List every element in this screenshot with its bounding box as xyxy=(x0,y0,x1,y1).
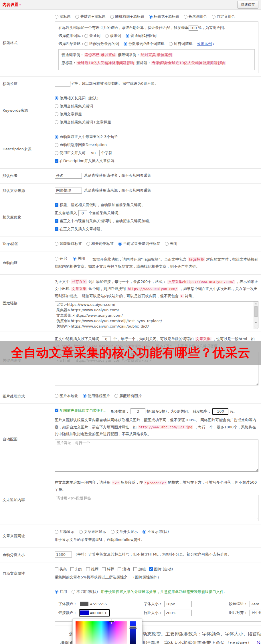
article-attrs-options: 头条 幻灯 推荐 特荐 滚动 加粗 图片 (自动) xyxy=(55,566,258,572)
radio-related-longtail[interactable]: 使用相关长尾词（默认） xyxy=(55,95,100,101)
quick-save-button[interactable]: 快速保存 xyxy=(237,1,258,9)
title-length-input[interactable] xyxy=(55,81,70,87)
radio-localize-images[interactable]: 图片本地化 xyxy=(55,393,78,399)
scroll-thumb[interactable] xyxy=(254,306,258,317)
image-align-select[interactable]: 居中对齐 ∨ xyxy=(250,610,261,616)
insert-keyword-count-input[interactable] xyxy=(78,210,87,216)
resize-handle-icon[interactable] xyxy=(254,325,258,329)
radio-smart-extract-tags[interactable]: 智能提取标签 xyxy=(55,241,82,247)
radio-random-prefix-title[interactable]: 随机前缀+源标题 xyxy=(110,13,144,20)
radio-clickbait-title[interactable]: 标题党+源标题 xyxy=(149,13,179,20)
scroll-up-icon[interactable]: ▲ xyxy=(254,302,258,306)
checkbox-insert-title-in-description[interactable]: 在Description开头插入文章标题。 xyxy=(55,158,118,164)
page-title: 内容设置 xyxy=(3,2,19,7)
row-content: 开启 关闭 如需开启此功能，请同时开启“Tags标签”。当正文中包含 Tags标… xyxy=(55,251,261,274)
radio-layout-enable[interactable]: 启用 xyxy=(55,589,67,595)
scroll-down-icon[interactable]: ▼ xyxy=(254,321,258,325)
image-probability-input[interactable] xyxy=(212,408,228,415)
append-content-textarea[interactable] xyxy=(55,495,258,521)
radio-top5-random[interactable]: 分数最高的5个词随机 xyxy=(124,41,164,47)
radio-label: 屏蔽所有图片 xyxy=(119,393,142,399)
word-highlight: 文章采集 xyxy=(71,287,87,291)
checkbox-bold[interactable]: 加粗 xyxy=(133,566,146,572)
radio-current-keywords-tags[interactable]: 当前采集关键词作标签 xyxy=(118,241,160,247)
radio-icon xyxy=(111,530,114,534)
color-picker-value-bar[interactable] xyxy=(130,621,136,644)
body-start-chars-input[interactable] xyxy=(87,150,100,156)
radio-normal-and-extreme-words[interactable]: 普通词和极限词 xyxy=(126,33,157,39)
color-picker-bar-handle[interactable] xyxy=(129,626,137,628)
checkbox-special-recommend[interactable]: 特荐 xyxy=(102,566,114,572)
checkbox-scroll[interactable]: 滚动 xyxy=(118,566,130,572)
checkbox-auto-add-keywords[interactable]: 标题、描述相关度低时，自动添加当前采集关键词。 xyxy=(55,202,145,208)
radio-innerlink-on[interactable]: 开启 xyxy=(55,255,67,262)
checkbox-insert-title-at-body-start[interactable]: 在正文开头插入文章标题。 xyxy=(55,226,104,232)
font-color-swatch[interactable] xyxy=(80,602,88,606)
radio-custom-combo[interactable]: 自定义组合 xyxy=(212,13,235,20)
radio-layout-disable[interactable]: 不启用(默认) xyxy=(72,589,98,595)
checkbox-image-auto[interactable]: 图片 (自动) xyxy=(149,566,173,572)
textarea-scrollbar[interactable]: ▲ ▼ xyxy=(254,302,258,329)
line-height-label: 行距大小： xyxy=(144,610,164,615)
font-color-picker-control[interactable]: #555555 xyxy=(79,601,109,607)
radio-highest-score-word[interactable]: 匹配分数最高的词 xyxy=(84,41,119,47)
indent-input[interactable] xyxy=(250,601,261,607)
fixed-links-textarea[interactable]: 采集>https://www.ucaiyun.com/ 采集器>https://… xyxy=(55,301,258,328)
radio-article-end-display[interactable]: 文章末尾显示 xyxy=(79,529,106,535)
collapse-chevron-icon[interactable]: » xyxy=(18,4,22,6)
default-source-input[interactable] xyxy=(55,188,82,194)
image-count-input[interactable] xyxy=(130,408,145,414)
checkbox-recommend[interactable]: 推荐 xyxy=(86,566,98,572)
radio-normal-words[interactable]: 普通词 xyxy=(84,33,100,39)
radio-label: 标题党+源标题 xyxy=(154,13,179,20)
color-picker-saturation-area[interactable] xyxy=(76,621,127,644)
text: 为正文中 xyxy=(55,279,70,284)
color-picker-cursor-icon[interactable] xyxy=(109,619,114,624)
radio-tags-off[interactable]: 关闭 xyxy=(165,241,177,247)
row-content: 使用相关长尾词（默认） 使用当前采集关键词 使用文章标题 使用当前采集关键词+文… xyxy=(55,91,261,130)
checkbox-icon-checked xyxy=(55,159,58,163)
radio-label: 使用当前采集关键词+文章标题 xyxy=(60,119,111,125)
radio-comment-display[interactable]: 注释显示 xyxy=(55,529,74,535)
checkbox-slideshow[interactable]: 幻灯 xyxy=(70,566,83,572)
link-color-picker-control[interactable]: #0000CC xyxy=(79,609,110,617)
url-highlight: https://www.ucaiyun.com/ xyxy=(127,287,178,291)
radio-block-all-images[interactable]: 屏蔽所有图片 xyxy=(114,393,142,399)
checkbox-headline[interactable]: 头条 xyxy=(55,566,67,572)
radio-auto-extract-sentences[interactable]: 自动提取正文中最重要的2-3个句子 xyxy=(55,134,118,140)
image-urls-textarea[interactable] xyxy=(55,440,258,472)
radio-related-words-tags[interactable]: 相关词作标签 xyxy=(86,241,114,247)
row-label: 相关度优化 xyxy=(0,198,55,237)
radio-article-start-display[interactable]: 文章开头显示 xyxy=(111,529,138,535)
row-content: 总是直接使用该作者，而不会从网页采集 xyxy=(55,169,261,183)
radio-keyword-source-title[interactable]: 关键词+源标题 xyxy=(75,13,106,20)
default-author-input[interactable] xyxy=(55,173,82,179)
pagination-size-input[interactable] xyxy=(55,552,72,558)
title-example-line: 原标题：全球近10亿人受精神健康问题影响 新标题：专家解读:全球近10亿人受精神… xyxy=(62,60,252,66)
default-author-line: 总是直接使用该作者，而不会从网页采集 xyxy=(55,172,258,179)
radio-label: 关键词+源标题 xyxy=(80,13,106,20)
radio-extreme-words[interactable]: 极限词 xyxy=(105,33,121,39)
radio-article-title[interactable]: 使用文章标题 xyxy=(55,111,82,117)
radio-keywords-plus-title[interactable]: 使用当前采集关键词+文章标题 xyxy=(55,119,111,125)
radio-no-display[interactable]: 不显示(默认) xyxy=(143,529,169,535)
title-trigger-probability-input[interactable] xyxy=(189,25,198,31)
radio-source-title[interactable]: 源标题 xyxy=(55,13,71,20)
radio-auto-detect-description[interactable]: 自动识别原网页Description xyxy=(55,142,107,148)
radio-use-body-start[interactable]: 使用正文开头前 xyxy=(55,150,86,156)
radio-label: 普通词和极限词 xyxy=(130,33,157,39)
font-size-input[interactable] xyxy=(164,601,192,607)
link-color-swatch[interactable] xyxy=(80,610,89,615)
checkbox-bold-keywords[interactable]: 当正文中出现当前采集关键词时，自动把该关键词加粗。 xyxy=(55,218,153,224)
radio-longtail-combo[interactable]: 长尾词组合 xyxy=(184,13,207,20)
radio-innerlink-off[interactable]: 关闭 xyxy=(73,255,85,262)
radio-current-keywords[interactable]: 使用当前采集关键词 xyxy=(55,103,93,109)
line-height-input[interactable] xyxy=(164,610,192,616)
radio-label: 匹配分数最高的词 xyxy=(89,41,119,47)
checkbox-delete-original-images[interactable]: 配图前先删除原文自带图片。 xyxy=(55,407,108,414)
color-picker-popup[interactable] xyxy=(72,618,142,644)
radio-all-words-random[interactable]: 所有词随机 xyxy=(169,41,192,47)
effect-example-link[interactable]: 效果示例 xyxy=(197,41,212,47)
radio-remote-images[interactable]: 使用远程图片 xyxy=(83,393,110,399)
text: 正文自动插入 xyxy=(55,211,77,215)
